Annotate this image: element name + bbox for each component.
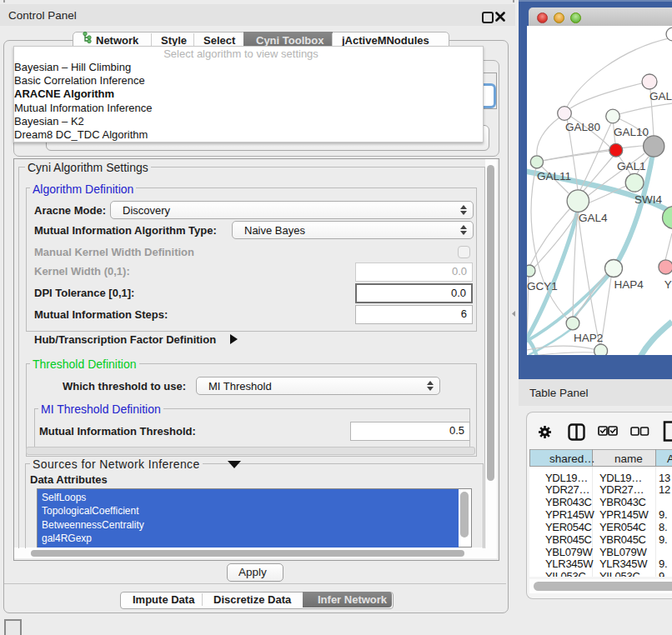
svg-text:SWI4: SWI4 <box>634 193 662 206</box>
svg-text:GCY1: GCY1 <box>527 280 558 292</box>
svg-text:GAL11: GAL11 <box>537 170 571 182</box>
svg-text:Y: Y <box>664 278 672 291</box>
svg-text:HAP4: HAP4 <box>614 278 644 291</box>
svg-text:GAL80: GAL80 <box>565 121 600 133</box>
svg-text:GAL4: GAL4 <box>579 212 608 224</box>
svg-text:GAL1: GAL1 <box>617 160 646 172</box>
svg-text:HAP2: HAP2 <box>574 332 603 344</box>
svg-text:GAL10: GAL10 <box>614 126 649 138</box>
svg-text:GAL7: GAL7 <box>649 90 672 102</box>
